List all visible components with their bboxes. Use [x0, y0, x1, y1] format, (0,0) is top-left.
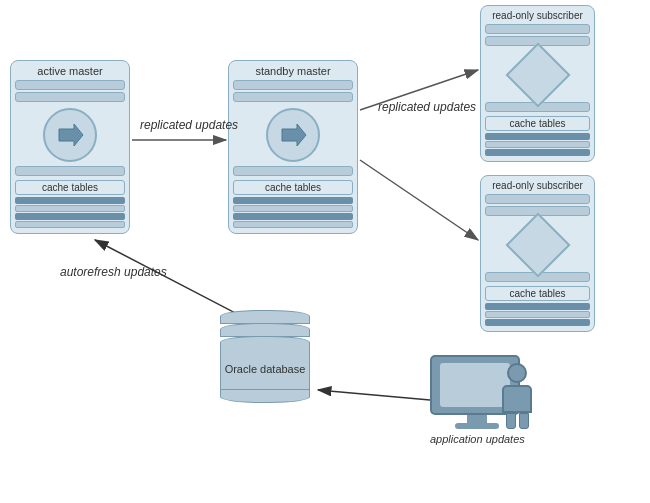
ro-subscriber-1-label: read-only subscriber	[492, 10, 583, 21]
standby-master-arrow-icon	[266, 108, 320, 162]
svg-marker-7	[59, 124, 83, 146]
oracle-body: Oracle database	[220, 349, 310, 389]
ro1-light-1	[485, 141, 590, 148]
ro1-disk-1	[485, 24, 590, 34]
replicated-updates-1-label: replicated updates	[140, 118, 238, 134]
ro1-dark-1	[485, 133, 590, 140]
ro-subscriber-1-box: read-only subscriber cache tables	[480, 5, 595, 162]
disk-row-1	[15, 80, 125, 90]
oracle-top-1	[220, 310, 310, 324]
app-updates: application updates	[430, 355, 525, 445]
person-leg-left	[506, 413, 516, 429]
light-strip-1	[15, 205, 125, 212]
oracle-db: Oracle database	[220, 310, 310, 403]
standby-master-label: standby master	[255, 65, 330, 77]
active-master-box: active master cache tables	[10, 60, 130, 234]
monitor-stand-base	[455, 423, 499, 429]
dark-strip-2	[15, 213, 125, 220]
oracle-top-3	[220, 336, 310, 350]
ro2-dark-2	[485, 319, 590, 326]
ro2-dark-1	[485, 303, 590, 310]
svg-marker-8	[282, 124, 306, 146]
ro2-cache-label: cache tables	[485, 286, 590, 301]
sm-disk-row-3	[233, 166, 353, 176]
person-legs	[506, 413, 529, 429]
replicated-updates-2-label: replicated updates	[378, 100, 476, 116]
sm-light-strip-1	[233, 205, 353, 212]
oracle-bottom	[220, 389, 310, 403]
ro1-cache-label: cache tables	[485, 116, 590, 131]
monitor-display	[440, 363, 510, 407]
app-updates-label: application updates	[430, 433, 525, 445]
sm-light-strip-2	[233, 221, 353, 228]
active-master-arrow-icon	[43, 108, 97, 162]
sm-dark-strip-1	[233, 197, 353, 204]
light-strip-2	[15, 221, 125, 228]
svg-line-4	[360, 160, 478, 240]
dark-strip-1	[15, 197, 125, 204]
person-leg-right	[519, 413, 529, 429]
ro-subscriber-2-label: read-only subscriber	[492, 180, 583, 191]
standby-master-box: standby master cache tables	[228, 60, 358, 234]
oracle-top-2	[220, 323, 310, 337]
ro2-diamond-icon	[505, 212, 570, 277]
active-master-cache-label: cache tables	[15, 180, 125, 195]
active-master-label: active master	[37, 65, 102, 77]
disk-row-3	[15, 166, 125, 176]
autorefresh-label: autorefresh updates	[60, 265, 167, 281]
ro-subscriber-2-box: read-only subscriber cache tables	[480, 175, 595, 332]
svg-line-6	[318, 390, 430, 400]
person-body	[502, 385, 532, 413]
ro1-dark-2	[485, 149, 590, 156]
disk-row-2	[15, 92, 125, 102]
ro1-diamond-icon	[505, 42, 570, 107]
sm-disk-row-2	[233, 92, 353, 102]
ro2-light-1	[485, 311, 590, 318]
sm-dark-strip-2	[233, 213, 353, 220]
monitor-stand-neck	[467, 415, 487, 423]
person-figure	[502, 363, 532, 429]
diagram: active master cache tables standby maste…	[0, 0, 650, 503]
standby-master-cache-label: cache tables	[233, 180, 353, 195]
ro2-disk-1	[485, 194, 590, 204]
person-head	[507, 363, 527, 383]
sm-disk-row-1	[233, 80, 353, 90]
